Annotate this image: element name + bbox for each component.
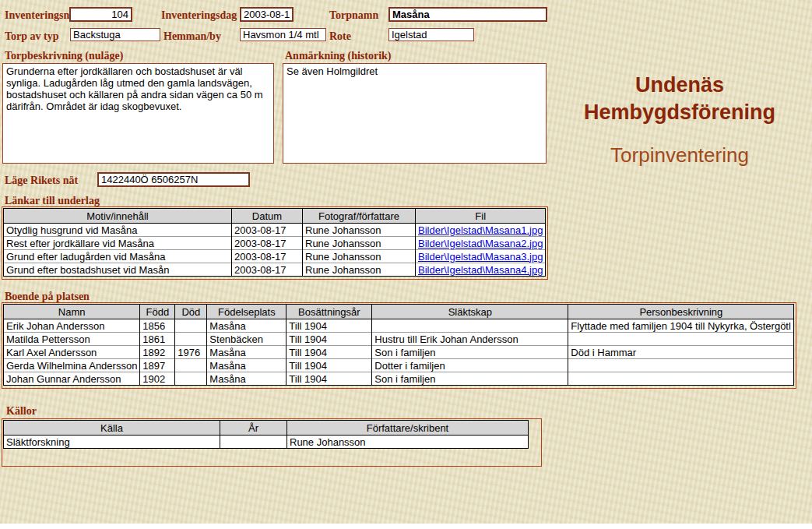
lankar-row: Otydlig husgrund vid Masåna 2003-08-17 R…: [4, 224, 546, 237]
anmarkning-label: Anmärkning (historik): [285, 50, 392, 62]
fodelseplats-cell: Masåna: [207, 319, 286, 333]
personbeskrivning-cell: Flyttade med familjen 1904 till Nykyrka,…: [568, 319, 794, 333]
boende-row: Matilda Pettersson 1861 Stenbäcken Till …: [4, 333, 794, 346]
lankar-row: Grund efter bostadshuset vid Masån 2003-…: [4, 263, 546, 277]
file-link[interactable]: Bilder\Igelstad\Masana4.jpg: [418, 264, 543, 276]
kalla-cell: Släktforskning: [4, 436, 220, 449]
boende-table: Namn Född Död Födelseplats Bosättningsår…: [3, 304, 794, 386]
motiv-cell: Otydlig husgrund vid Masåna: [4, 224, 232, 237]
inventeringsnr-input[interactable]: [69, 7, 132, 22]
bosattningsar-cell: Till 1904: [286, 319, 372, 333]
fotograf-cell: Rune Johansson: [303, 224, 416, 237]
rote-label: Rote: [329, 30, 351, 43]
fotograf-cell: Rune Johansson: [303, 263, 416, 277]
file-link[interactable]: Bilder\Igelstad\Masana3.jpg: [418, 251, 543, 263]
anmarkning-textarea[interactable]: Se även Holmgildret: [283, 63, 547, 164]
boende-table-box: Namn Född Död Födelseplats Bosättningsår…: [2, 302, 796, 389]
torpbeskrivning-label: Torpbeskrivning (nuläge): [5, 50, 123, 62]
fotograf-cell: Rune Johansson: [303, 237, 416, 250]
fil-cell: Bilder\Igelstad\Masana1.jpg: [416, 224, 546, 237]
personbeskrivning-cell: [568, 359, 794, 372]
namn-cell: Johan Gunnar Andersson: [4, 372, 140, 386]
namn-cell: Erik Johan Andersson: [4, 319, 140, 333]
file-link[interactable]: Bilder\Igelstad\Masana2.jpg: [418, 238, 543, 249]
file-link[interactable]: Bilder\Igelstad\Masana1.jpg: [418, 224, 543, 236]
datum-cell: 2003-08-17: [232, 237, 303, 250]
kallor-section-label: Källor: [6, 405, 37, 418]
rote-input[interactable]: [388, 28, 474, 41]
namn-cell: Gerda Wilhelmina Andersson: [4, 359, 140, 372]
torpnamn-input[interactable]: [388, 7, 547, 22]
boende-row: Gerda Wilhelmina Andersson 1897 Masåna T…: [4, 359, 794, 372]
inventeringsnr-label: Inventeringsnr: [5, 9, 74, 22]
fodd-cell: 1897: [140, 359, 175, 372]
organisation-title-block: Undenäs Hembygdsförening Torpinventering: [554, 72, 805, 168]
lankar-header-motiv: Motiv/innehåll: [4, 209, 232, 224]
lankar-row: Rest efter jordkällare vid Masåna 2003-0…: [4, 237, 546, 250]
lankar-header-datum: Datum: [232, 209, 303, 224]
personbeskrivning-cell: Död i Hammar: [568, 346, 794, 359]
boende-header-slaktskap: Släktskap: [372, 305, 568, 319]
fodd-cell: 1902: [140, 372, 175, 386]
boende-header-namn: Namn: [4, 305, 140, 319]
motiv-cell: Grund efter ladugården vid Masåna: [4, 250, 232, 263]
inventeringsdag-input[interactable]: [240, 7, 294, 22]
dod-cell: 1976: [175, 346, 207, 359]
fodelseplats-cell: Masåna: [207, 359, 286, 372]
torp-av-typ-label: Torp av typ: [5, 30, 59, 43]
bosattningsar-cell: Till 1904: [286, 372, 372, 386]
kallor-header-kalla: Källa: [4, 421, 220, 436]
form-page-background: Inventeringsnr Inventeringsdag Torpnamn …: [0, 0, 812, 524]
torp-av-typ-input[interactable]: [70, 28, 160, 41]
lankar-header-fil: Fil: [416, 209, 546, 224]
boende-header-row: Namn Född Död Födelseplats Bosättningsår…: [4, 305, 794, 319]
kallor-header-row: Källa År Författare/skribent: [4, 421, 529, 436]
bosattningsar-cell: Till 1904: [286, 333, 372, 346]
hemman-by-label: Hemman/by: [163, 30, 221, 43]
boende-section-label: Boende på platsen: [5, 291, 90, 303]
kallor-header-ar: År: [220, 421, 287, 436]
dod-cell: [175, 319, 207, 333]
fil-cell: Bilder\Igelstad\Masana2.jpg: [416, 237, 546, 250]
boende-row: Erik Johan Andersson 1856 Masåna Till 19…: [4, 319, 794, 333]
bosattningsar-cell: Till 1904: [286, 359, 372, 372]
organisation-title-line1: Undenäs: [554, 72, 805, 99]
lankar-header-row: Motiv/innehåll Datum Fotograf/författare…: [4, 209, 546, 224]
lankar-row: Grund efter ladugården vid Masåna 2003-0…: [4, 250, 546, 263]
inventeringsdag-label: Inventeringsdag: [161, 9, 237, 22]
page-subtitle: Torpinventering: [554, 143, 805, 168]
motiv-cell: Grund efter bostadshuset vid Masån: [4, 263, 232, 277]
organisation-title-line2: Hembygdsförening: [554, 99, 805, 126]
lage-label: Läge Rikets nät: [5, 175, 78, 187]
slaktskap-cell: Son i familjen: [372, 372, 568, 386]
slaktskap-cell: [372, 319, 568, 333]
bosattningsar-cell: Till 1904: [286, 346, 372, 359]
hemman-by-input[interactable]: [240, 28, 326, 41]
kallor-table-box: Källa År Författare/skribent Släktforskn…: [2, 418, 542, 467]
slaktskap-cell: Hustru till Erik Johan Andersson: [372, 333, 568, 346]
fil-cell: Bilder\Igelstad\Masana3.jpg: [416, 250, 546, 263]
kallor-header-forfattare: Författare/skribent: [287, 421, 529, 436]
ar-cell: [220, 436, 287, 449]
dod-cell: [175, 359, 207, 372]
lankar-table-box: Motiv/innehåll Datum Fotograf/författare…: [2, 206, 548, 280]
lankar-table: Motiv/innehåll Datum Fotograf/författare…: [3, 208, 546, 277]
namn-cell: Matilda Pettersson: [4, 333, 140, 346]
fodelseplats-cell: Stenbäcken: [207, 333, 286, 346]
datum-cell: 2003-08-17: [232, 250, 303, 263]
datum-cell: 2003-08-17: [232, 224, 303, 237]
boende-row: Karl Axel Andersson 1892 1976 Masåna Til…: [4, 346, 794, 359]
lankar-header-fotograf: Fotograf/författare: [303, 209, 416, 224]
torpbeskrivning-textarea[interactable]: Grunderna efter jordkällaren och bostads…: [2, 63, 274, 164]
motiv-cell: Rest efter jordkällare vid Masåna: [4, 237, 232, 250]
namn-cell: Karl Axel Andersson: [4, 346, 140, 359]
fodelseplats-cell: Masåna: [207, 372, 286, 386]
forfattare-cell: Rune Johansson: [287, 436, 529, 449]
boende-header-fodelseplats: Födelseplats: [207, 305, 286, 319]
kallor-table: Källa År Författare/skribent Släktforskn…: [3, 420, 529, 449]
boende-header-personbeskrivning: Personbeskrivning: [568, 305, 794, 319]
kallor-row: Släktforskning Rune Johansson: [4, 436, 529, 449]
boende-row: Johan Gunnar Andersson 1902 Masåna Till …: [4, 372, 794, 386]
slaktskap-cell: Dotter i familjen: [372, 359, 568, 372]
lage-input[interactable]: [97, 172, 250, 187]
